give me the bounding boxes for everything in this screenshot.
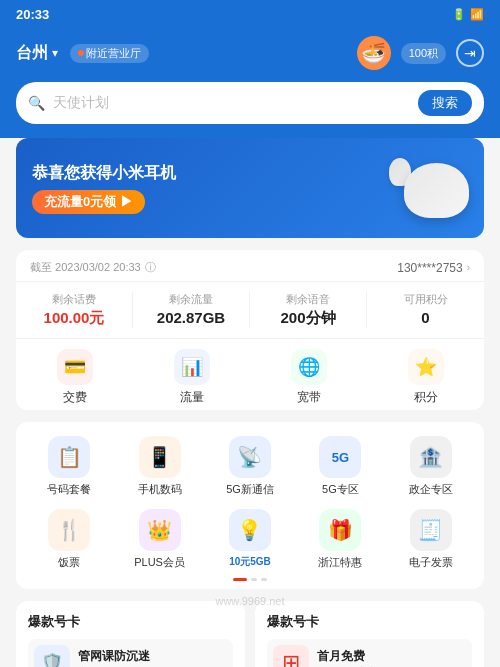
signal-icon: 📶 bbox=[470, 8, 484, 21]
service-invoice-label: 电子发票 bbox=[409, 555, 453, 570]
service-zhejiang-label: 浙江特惠 bbox=[318, 555, 362, 570]
promo-name-right: 首月免费 bbox=[317, 648, 466, 665]
account-stats: 剩余话费 100.00元 剩余流量 202.87GB 剩余语音 200分钟 可用… bbox=[16, 282, 484, 338]
account-card: 截至 2023/03/02 20:33 ⓘ 130****2753 › 剩余话费… bbox=[16, 250, 484, 410]
avatar-icon: 🍜 bbox=[361, 41, 386, 65]
search-icon: 🔍 bbox=[28, 95, 45, 111]
location-arrow: ▾ bbox=[52, 46, 58, 60]
earbud-case bbox=[404, 163, 469, 218]
service-plan-label: 号码套餐 bbox=[47, 482, 91, 497]
dot-1 bbox=[233, 578, 247, 581]
location-text[interactable]: 台州 bbox=[16, 43, 48, 64]
service-plan-icon: 📋 bbox=[48, 436, 90, 478]
service-data-pkg-label: 10元5GB bbox=[229, 555, 271, 569]
stat-data-label: 剩余流量 bbox=[169, 292, 213, 307]
service-data-pkg[interactable]: 💡 10元5GB bbox=[205, 509, 295, 570]
service-5g-zone-icon: 5G bbox=[319, 436, 361, 478]
banner[interactable]: 恭喜您获得小米耳机 充流量0元领 ▶ bbox=[16, 138, 484, 238]
service-5g-zone-label: 5G专区 bbox=[322, 482, 359, 497]
stat-voice-value: 200分钟 bbox=[280, 309, 335, 328]
search-placeholder[interactable]: 天使计划 bbox=[53, 94, 410, 112]
stat-voice-label: 剩余语音 bbox=[286, 292, 330, 307]
banner-title: 恭喜您获得小米耳机 bbox=[32, 163, 176, 184]
service-zhejiang-icon: 🎁 bbox=[319, 509, 361, 551]
points-icon: ⭐ bbox=[408, 349, 444, 385]
promo-card-right: 爆款号卡 ⊞ 首月免费 一人付全家享 bbox=[255, 601, 484, 667]
stat-points: 可用积分 0 bbox=[367, 292, 484, 328]
search-button[interactable]: 搜索 bbox=[418, 90, 472, 116]
services-section: 📋 号码套餐 📱 手机数码 📡 5G新通信 5G 5G专区 🏦 政企专区 🍴 饭… bbox=[16, 422, 484, 589]
stat-voice: 剩余语音 200分钟 bbox=[250, 292, 367, 328]
status-time: 20:33 bbox=[16, 7, 49, 22]
service-enterprise-label: 政企专区 bbox=[409, 482, 453, 497]
broadband-icon: 🌐 bbox=[291, 349, 327, 385]
account-number[interactable]: 130****2753 › bbox=[397, 261, 470, 275]
service-devices-icon: 📱 bbox=[139, 436, 181, 478]
service-invoice[interactable]: 🧾 电子发票 bbox=[386, 509, 476, 570]
action-points[interactable]: ⭐ 积分 bbox=[367, 349, 484, 406]
nearby-dot bbox=[78, 50, 84, 56]
promo-card-left-header: 爆款号卡 bbox=[28, 613, 233, 631]
promo-item-right[interactable]: ⊞ 首月免费 一人付全家享 bbox=[267, 639, 472, 667]
search-inner: 🔍 天使计划 搜索 bbox=[16, 82, 484, 124]
banner-subtitle: 充流量0元领 ▶ bbox=[32, 190, 145, 214]
service-food[interactable]: 🍴 饭票 bbox=[24, 509, 114, 570]
stat-points-value: 0 bbox=[421, 309, 429, 326]
status-bar: 20:33 🔋 📶 bbox=[0, 0, 500, 28]
points-badge[interactable]: 100积 bbox=[401, 43, 446, 64]
chevron-right-icon: › bbox=[467, 262, 470, 273]
promo-text-left: 管网课防沉迷 充50得120 bbox=[78, 648, 227, 668]
nearby-button[interactable]: 附近营业厅 bbox=[70, 44, 149, 63]
stat-balance-value: 100.00元 bbox=[44, 309, 105, 328]
promo-section: 爆款号卡 🛡️ 管网课防沉迷 充50得120 爆款号卡 ⊞ 首月免费 一人付全家… bbox=[16, 601, 484, 667]
info-icon: ⓘ bbox=[145, 260, 156, 275]
service-plus-icon: 👑 bbox=[139, 509, 181, 551]
data-icon: 📊 bbox=[174, 349, 210, 385]
account-header: 截至 2023/03/02 20:33 ⓘ 130****2753 › bbox=[16, 250, 484, 282]
stat-points-label: 可用积分 bbox=[404, 292, 448, 307]
battery-icon: 🔋 bbox=[452, 8, 466, 21]
stat-data: 剩余流量 202.87GB bbox=[133, 292, 250, 328]
action-data[interactable]: 📊 流量 bbox=[133, 349, 250, 406]
quick-actions: 💳 交费 📊 流量 🌐 宽带 ⭐ 积分 bbox=[16, 338, 484, 410]
action-points-label: 积分 bbox=[414, 389, 438, 406]
stat-balance: 剩余话费 100.00元 bbox=[16, 292, 133, 328]
promo-card-right-header: 爆款号卡 bbox=[267, 613, 472, 631]
service-devices-label: 手机数码 bbox=[138, 482, 182, 497]
service-data-pkg-icon: 💡 bbox=[229, 509, 271, 551]
action-recharge-label: 交费 bbox=[63, 389, 87, 406]
dot-3 bbox=[261, 578, 267, 581]
stat-balance-label: 剩余话费 bbox=[52, 292, 96, 307]
service-food-label: 饭票 bbox=[58, 555, 80, 570]
service-devices[interactable]: 📱 手机数码 bbox=[114, 436, 204, 497]
promo-text-right: 首月免费 一人付全家享 bbox=[317, 648, 466, 668]
account-date: 截至 2023/03/02 20:33 ⓘ bbox=[30, 260, 156, 275]
promo-grid-icon: ⊞ bbox=[273, 645, 309, 667]
search-bar: 🔍 天使计划 搜索 bbox=[0, 82, 500, 138]
avatar-button[interactable]: 🍜 bbox=[357, 36, 391, 70]
action-broadband[interactable]: 🌐 宽带 bbox=[250, 349, 367, 406]
service-5g-zone[interactable]: 5G 5G专区 bbox=[295, 436, 385, 497]
header: 台州 ▾ 附近营业厅 🍜 100积 ⇥ bbox=[0, 28, 500, 82]
promo-shield-icon: 🛡️ bbox=[34, 645, 70, 667]
service-zhejiang[interactable]: 🎁 浙江特惠 bbox=[295, 509, 385, 570]
nearby-text: 附近营业厅 bbox=[86, 46, 141, 61]
service-plus-label: PLUS会员 bbox=[134, 555, 185, 570]
service-invoice-icon: 🧾 bbox=[410, 509, 452, 551]
action-data-label: 流量 bbox=[180, 389, 204, 406]
header-right: 🍜 100积 ⇥ bbox=[357, 36, 484, 70]
service-plan[interactable]: 📋 号码套餐 bbox=[24, 436, 114, 497]
logout-icon[interactable]: ⇥ bbox=[456, 39, 484, 67]
banner-image bbox=[384, 148, 474, 228]
recharge-icon: 💳 bbox=[57, 349, 93, 385]
action-recharge[interactable]: 💳 交费 bbox=[16, 349, 133, 406]
service-5g-comm-icon: 📡 bbox=[229, 436, 271, 478]
services-grid: 📋 号码套餐 📱 手机数码 📡 5G新通信 5G 5G专区 🏦 政企专区 🍴 饭… bbox=[16, 436, 484, 570]
service-plus[interactable]: 👑 PLUS会员 bbox=[114, 509, 204, 570]
promo-item-left[interactable]: 🛡️ 管网课防沉迷 充50得120 bbox=[28, 639, 233, 667]
stat-data-value: 202.87GB bbox=[157, 309, 225, 326]
service-5g-comm[interactable]: 📡 5G新通信 bbox=[205, 436, 295, 497]
service-enterprise[interactable]: 🏦 政企专区 bbox=[386, 436, 476, 497]
status-icons: 🔋 📶 bbox=[452, 8, 484, 21]
service-food-icon: 🍴 bbox=[48, 509, 90, 551]
